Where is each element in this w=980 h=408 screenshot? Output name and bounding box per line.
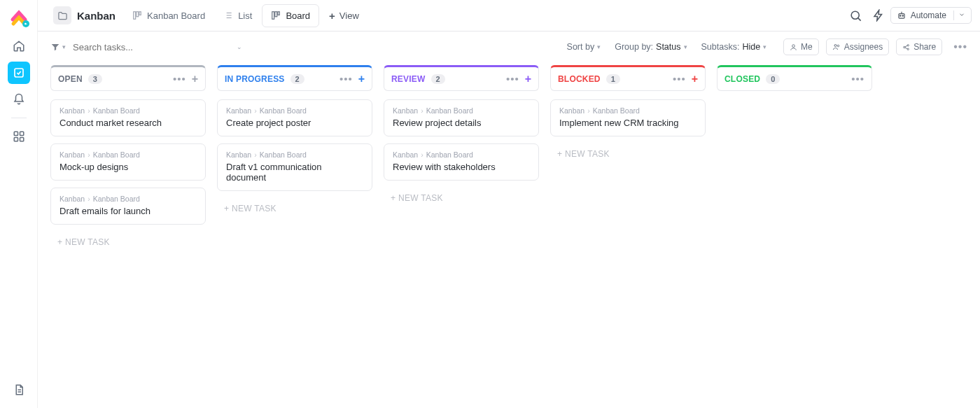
task-card[interactable]: Kanban›Kanban BoardMock-up designs <box>50 143 206 181</box>
more-icon[interactable]: ••• <box>506 73 519 85</box>
nav-notifications-icon[interactable] <box>8 88 30 111</box>
column-name: REVIEW <box>391 74 426 84</box>
svg-rect-6 <box>134 12 136 20</box>
breadcrumb: Kanban›Kanban Board <box>393 106 530 115</box>
add-view-button[interactable]: + View <box>321 4 368 27</box>
breadcrumb: Kanban›Kanban Board <box>59 150 197 159</box>
new-task-button[interactable]: + NEW TASK <box>550 143 706 164</box>
column-count: 2 <box>431 74 445 84</box>
person-icon <box>790 43 797 51</box>
people-icon <box>832 43 841 51</box>
breadcrumb: Kanban›Kanban Board <box>59 195 197 203</box>
add-task-icon[interactable]: + <box>525 73 531 85</box>
more-icon[interactable]: ••• <box>673 73 686 85</box>
task-card[interactable]: Kanban›Kanban BoardCreate project poster <box>217 99 372 136</box>
breadcrumb: Kanban›Kanban Board <box>393 150 530 159</box>
nav-home-icon[interactable] <box>8 35 30 57</box>
column-header[interactable]: BLOCKED1•••+ <box>550 65 706 91</box>
more-icon[interactable]: ••• <box>851 73 864 85</box>
nav-docs-icon[interactable] <box>8 379 30 401</box>
view-board[interactable]: Board <box>262 4 319 27</box>
task-card[interactable]: Kanban›Kanban BoardDraft emails for laun… <box>50 188 206 225</box>
card-title: Draft v1 communication document <box>226 162 363 183</box>
view-label: Board <box>286 10 310 21</box>
task-card[interactable]: Kanban›Kanban BoardImplement new CRM tra… <box>550 99 706 136</box>
svg-rect-9 <box>272 12 274 20</box>
task-card[interactable]: Kanban›Kanban BoardReview with stakehold… <box>384 143 539 181</box>
add-task-icon[interactable]: + <box>692 73 698 85</box>
me-button[interactable]: Me <box>783 38 819 55</box>
bolt-icon[interactable] <box>868 5 889 26</box>
nav-apps-icon[interactable] <box>8 125 30 148</box>
filter-icon[interactable]: ▾ <box>50 42 66 52</box>
view-label: List <box>238 10 252 21</box>
new-task-button[interactable]: + NEW TASK <box>384 188 539 209</box>
new-task-button[interactable]: + NEW TASK <box>50 232 206 253</box>
card-title: Draft emails for launch <box>59 206 197 216</box>
column-name: CLOSED <box>724 74 760 84</box>
column-name: IN PROGRESS <box>225 74 285 84</box>
column-review: REVIEW2•••+Kanban›Kanban BoardReview pro… <box>384 65 539 209</box>
svg-point-14 <box>899 15 900 16</box>
card-title: Conduct market research <box>59 118 197 128</box>
card-title: Review project details <box>393 118 530 128</box>
column-closed: CLOSED0••• <box>717 65 872 99</box>
column-header[interactable]: OPEN3•••+ <box>50 65 206 91</box>
svg-rect-11 <box>278 12 279 15</box>
workspace-chip[interactable]: Kanban <box>46 3 122 27</box>
nav-divider <box>11 118 27 118</box>
column-count: 3 <box>88 74 102 84</box>
share-button[interactable]: Share <box>896 38 942 55</box>
more-icon[interactable]: ••• <box>953 41 967 53</box>
card-title: Implement new CRM tracking <box>559 118 696 128</box>
plus-icon: + <box>329 10 335 22</box>
svg-rect-8 <box>139 12 141 15</box>
assignees-button[interactable]: Assignees <box>826 38 889 55</box>
new-task-button[interactable]: + NEW TASK <box>217 198 372 219</box>
add-task-icon[interactable]: + <box>192 73 198 85</box>
chevron-down-icon[interactable] <box>953 10 965 20</box>
subtasks-button[interactable]: Subtasks: Hide▾ <box>701 42 767 52</box>
sort-by-button[interactable]: Sort by▾ <box>567 42 601 52</box>
nav-tasks-icon[interactable] <box>8 62 30 84</box>
search-input[interactable] <box>73 42 185 52</box>
view-kanban-board[interactable]: Kanban Board <box>124 5 214 27</box>
tabs-bar: Kanban Kanban Board List Board + View Au… <box>38 0 980 31</box>
card-title: Review with stakeholders <box>393 162 530 172</box>
column-header[interactable]: REVIEW2•••+ <box>384 65 539 91</box>
column-name: BLOCKED <box>558 74 601 84</box>
svg-point-12 <box>851 11 859 19</box>
svg-rect-5 <box>20 138 23 141</box>
column-open: OPEN3•••+Kanban›Kanban BoardConduct mark… <box>50 65 206 253</box>
more-icon[interactable]: ••• <box>340 73 353 85</box>
automate-button[interactable]: Automate <box>890 7 972 24</box>
group-by-button[interactable]: Group by: Status▾ <box>615 42 687 52</box>
board: OPEN3•••+Kanban›Kanban BoardConduct mark… <box>38 62 980 408</box>
svg-point-16 <box>792 44 795 47</box>
add-view-label: View <box>340 10 359 21</box>
column-name: OPEN <box>58 74 83 84</box>
card-title: Mock-up designs <box>59 162 197 172</box>
chevron-down-icon[interactable]: ⌄ <box>237 43 242 50</box>
automate-label: Automate <box>911 10 946 20</box>
svg-point-18 <box>837 45 839 47</box>
task-card[interactable]: Kanban›Kanban BoardConduct market resear… <box>50 99 206 136</box>
view-list[interactable]: List <box>215 5 260 27</box>
column-count: 2 <box>290 74 304 84</box>
breadcrumb: Kanban›Kanban Board <box>559 106 696 115</box>
add-task-icon[interactable]: + <box>358 73 365 85</box>
svg-rect-10 <box>275 12 277 17</box>
column-header[interactable]: IN PROGRESS2•••+ <box>217 65 372 91</box>
column-count: 0 <box>766 74 780 84</box>
column-blocked: BLOCKED1•••+Kanban›Kanban BoardImplement… <box>550 65 706 164</box>
more-icon[interactable]: ••• <box>173 73 186 85</box>
task-card[interactable]: Kanban›Kanban BoardReview project detail… <box>384 99 539 136</box>
toolbar: ▾ ⌄ Sort by▾ Group by: Status▾ Subtasks:… <box>38 31 980 62</box>
column-header[interactable]: CLOSED0••• <box>717 65 872 91</box>
app-logo-icon[interactable] <box>8 7 29 28</box>
breadcrumb: Kanban›Kanban Board <box>226 106 363 115</box>
search-icon[interactable] <box>846 5 867 26</box>
svg-rect-2 <box>14 132 18 135</box>
svg-point-17 <box>834 45 836 47</box>
task-card[interactable]: Kanban›Kanban BoardDraft v1 communicatio… <box>217 143 372 191</box>
